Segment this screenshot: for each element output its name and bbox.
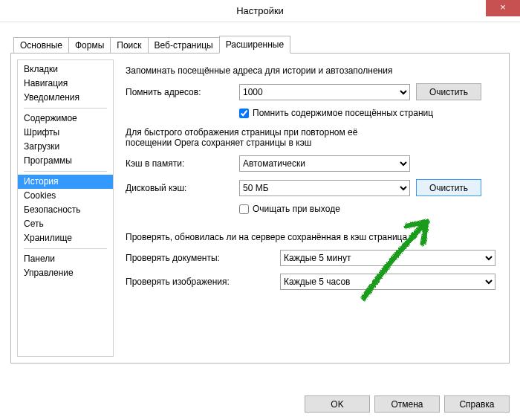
sidebar-item-security[interactable]: Безопасность bbox=[18, 203, 113, 217]
history-intro: Запоминать посещённые адреса для истории… bbox=[126, 65, 495, 76]
sidebar-divider bbox=[24, 171, 107, 172]
sidebar-item-downloads[interactable]: Загрузки bbox=[18, 140, 113, 154]
check-images-select[interactable]: Каждые 5 часов bbox=[280, 274, 495, 290]
tab-advanced[interactable]: Расширенные bbox=[219, 36, 291, 54]
remember-content-checkbox[interactable] bbox=[239, 109, 249, 118]
close-button[interactable]: × bbox=[486, 0, 520, 16]
tab-forms[interactable]: Формы bbox=[68, 37, 111, 53]
ok-button[interactable]: OK bbox=[305, 395, 370, 413]
tab-search[interactable]: Поиск bbox=[110, 37, 148, 53]
sidebar-item-history[interactable]: История bbox=[18, 175, 113, 189]
sidebar-item-content[interactable]: Содержимое bbox=[18, 112, 113, 126]
clear-on-exit-label: Очищать при выходе bbox=[253, 204, 340, 214]
sidebar-item-management[interactable]: Управление bbox=[18, 266, 113, 280]
content-area: Запоминать посещённые адреса для истории… bbox=[114, 54, 509, 363]
check-documents-select[interactable]: Каждые 5 минут bbox=[280, 250, 495, 266]
sidebar-divider bbox=[24, 108, 107, 109]
disk-cache-label: Дисковый кэш: bbox=[126, 183, 233, 193]
cache-intro-line2: посещении Opera сохраняет страницы в кэш bbox=[126, 138, 495, 148]
help-button[interactable]: Справка bbox=[444, 395, 510, 413]
memory-cache-select[interactable]: Автоматически bbox=[239, 155, 410, 172]
remember-content-label: Помнить содержимое посещённых страниц bbox=[253, 108, 433, 118]
memory-cache-label: Кэш в памяти: bbox=[126, 158, 233, 169]
titlebar: Настройки × bbox=[0, 0, 520, 22]
clear-on-exit-checkbox[interactable] bbox=[239, 204, 249, 214]
disk-cache-select[interactable]: 50 МБ bbox=[239, 180, 410, 196]
clear-cache-button[interactable]: Очистить bbox=[416, 179, 481, 196]
remember-addresses-label: Помнить адресов: bbox=[126, 87, 233, 97]
clear-history-button[interactable]: Очистить bbox=[416, 83, 481, 100]
check-documents-label: Проверять документы: bbox=[126, 253, 274, 263]
sidebar-item-programs[interactable]: Программы bbox=[18, 154, 113, 168]
cancel-button[interactable]: Отмена bbox=[374, 395, 440, 413]
sidebar-item-tabs[interactable]: Вкладки bbox=[18, 62, 113, 77]
cache-intro-line1: Для быстрого отображения страницы при по… bbox=[126, 127, 495, 138]
remember-addresses-select[interactable]: 1000 bbox=[239, 84, 410, 100]
sidebar-item-network[interactable]: Сеть bbox=[18, 217, 113, 231]
sidebar-item-cookies[interactable]: Cookies bbox=[18, 189, 113, 203]
verify-intro: Проверять, обновилась ли на сервере сохр… bbox=[126, 232, 495, 242]
sidebar-item-panels[interactable]: Панели bbox=[18, 252, 113, 266]
sidebar-item-navigation[interactable]: Навигация bbox=[18, 77, 113, 91]
settings-panel: Вкладки Навигация Уведомления Содержимое… bbox=[10, 53, 510, 364]
sidebar-item-fonts[interactable]: Шрифты bbox=[18, 126, 113, 140]
sidebar-item-notifications[interactable]: Уведомления bbox=[18, 91, 113, 105]
check-images-label: Проверять изображения: bbox=[126, 277, 274, 287]
sidebar-divider bbox=[24, 248, 107, 249]
window-title: Настройки bbox=[0, 0, 520, 22]
dialog-footer: OK Отмена Справка bbox=[305, 395, 510, 413]
sidebar: Вкладки Навигация Уведомления Содержимое… bbox=[17, 59, 114, 357]
sidebar-item-storage[interactable]: Хранилище bbox=[18, 231, 113, 245]
tab-main[interactable]: Основные bbox=[13, 37, 69, 53]
tab-strip: Основные Формы Поиск Веб-страницы Расшир… bbox=[10, 36, 510, 53]
tab-webpages[interactable]: Веб-страницы bbox=[148, 37, 220, 53]
